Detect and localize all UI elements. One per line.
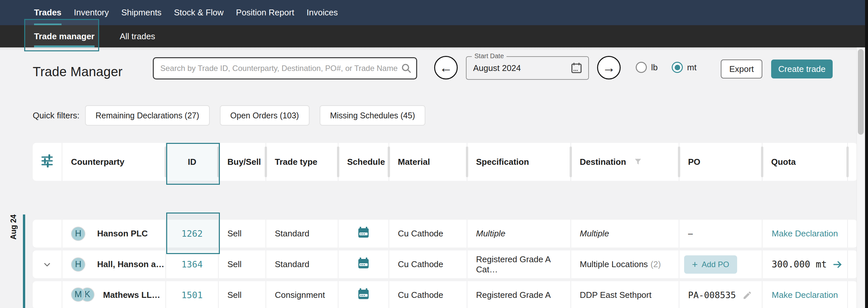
column-resize-handle[interactable] <box>388 146 390 177</box>
quick-filters: Remaining Declarations (27) Open Orders … <box>85 105 425 126</box>
schedule-cell <box>339 250 389 278</box>
column-resize-handle[interactable] <box>678 146 680 177</box>
nav-item-label: Trades <box>34 7 62 18</box>
row-spacer-cell <box>848 250 857 278</box>
nav-item-stock-and-flow[interactable]: Stock & Flow <box>174 0 224 25</box>
start-date-field[interactable]: Start Date August 2024 <box>466 56 589 80</box>
counterparty-cell: H Hall, Hanson and … <box>62 250 165 278</box>
subnav-item-trade-manager[interactable]: Trade manager <box>34 25 95 47</box>
export-button[interactable]: Export <box>721 60 762 78</box>
search-box <box>153 57 417 79</box>
trade-id-link[interactable]: 1262 <box>181 229 203 239</box>
radio-icon <box>636 62 647 73</box>
counterparty-cell: H Hanson PLC <box>62 220 165 247</box>
counterparty-cell: M K Mathews LLC / Ru… <box>62 281 165 308</box>
column-header-counterparty[interactable]: Counterparty <box>62 143 165 181</box>
chevron-down-icon[interactable] <box>42 260 52 269</box>
nav-item-position-report[interactable]: Position Report <box>236 0 294 25</box>
quota-cell: Make Declaration <box>763 281 847 308</box>
row-spacer-cell <box>848 220 857 247</box>
previous-month-button[interactable]: ← <box>434 56 458 79</box>
trade-type-cell: Standard <box>266 220 338 247</box>
search-icon <box>400 63 412 74</box>
column-header-id[interactable]: ID <box>166 143 218 181</box>
trade-type-cell: Consignment <box>266 281 338 308</box>
column-settings-header[interactable] <box>33 143 62 181</box>
trade-id-cell: 1501 <box>166 281 218 308</box>
specification-cell: Multiple <box>468 220 570 247</box>
create-trade-button[interactable]: Create trade <box>771 60 833 78</box>
calendar-icon[interactable] <box>570 62 583 74</box>
row-expand-cell <box>33 250 62 278</box>
calendar-icon[interactable] <box>356 287 370 303</box>
destination-cell: DDP East Sethport <box>571 281 679 308</box>
column-resize-handle[interactable] <box>569 146 572 177</box>
start-date-value: August 2024 <box>467 63 570 73</box>
column-resize-handle[interactable] <box>761 146 763 177</box>
filter-icon[interactable] <box>633 157 643 166</box>
column-resize-handle[interactable] <box>265 146 267 177</box>
page-title: Trade Manager <box>33 64 123 79</box>
make-declaration-link[interactable]: Make Declaration <box>772 229 838 239</box>
column-resize-handle[interactable] <box>217 146 220 177</box>
column-resize-handle[interactable] <box>164 146 167 177</box>
material-cell: Cu Cathode <box>389 250 467 278</box>
buy-sell-cell: Sell <box>219 250 265 278</box>
column-header-specification[interactable]: Specification <box>468 143 570 181</box>
row-expand-cell <box>33 220 62 247</box>
unit-radio-mt[interactable]: mt <box>672 62 696 73</box>
column-header-schedule[interactable]: Schedule <box>339 143 389 181</box>
table-row[interactable]: M K Mathews LLC / Ru… 1501 Sell Consignm… <box>33 281 857 308</box>
tune-icon <box>39 153 55 171</box>
next-month-button[interactable]: → <box>597 56 621 79</box>
subnav-item-all-trades[interactable]: All trades <box>120 25 155 47</box>
column-resize-handle[interactable] <box>337 146 339 177</box>
po-cell: – <box>680 220 762 247</box>
table-header: Counterparty ID Buy/Sell Trade type Sche… <box>33 143 857 181</box>
nav-item-trades[interactable]: Trades <box>34 0 62 25</box>
arrow-left-icon: ← <box>439 61 453 74</box>
specification-cell: Registered Grade A Cat… <box>468 250 570 278</box>
destination-cell: Multiple <box>571 220 679 247</box>
avatar: M <box>71 287 85 302</box>
trade-id-cell: 1364 <box>166 250 218 278</box>
column-resize-handle[interactable] <box>466 146 468 177</box>
column-header-destination[interactable]: Destination <box>571 143 679 181</box>
column-resize-handle[interactable] <box>846 146 849 177</box>
unit-radio-lb[interactable]: lb <box>636 62 658 73</box>
scrollbar-thumb[interactable] <box>858 49 864 135</box>
quick-filter-remaining-declarations[interactable]: Remaining Declarations (27) <box>85 105 210 126</box>
add-po-button[interactable]: + Add PO <box>684 255 737 274</box>
column-header-spacer <box>848 143 857 181</box>
arrow-right-icon[interactable] <box>832 259 843 270</box>
avatar: H <box>71 227 85 241</box>
subnav-item-label: Trade manager <box>34 31 95 41</box>
schedule-cell <box>339 220 389 247</box>
schedule-cell <box>339 281 389 308</box>
nav-item-invoices[interactable]: Invoices <box>307 0 338 25</box>
calendar-icon[interactable] <box>356 226 370 242</box>
date-group-bar <box>23 214 25 308</box>
table-row[interactable]: H Hanson PLC 1262 Sell Standard Cu Catho… <box>33 220 857 247</box>
quick-filter-missing-schedules[interactable]: Missing Schedules (45) <box>320 105 426 126</box>
edit-icon[interactable] <box>742 290 752 300</box>
avatar: H <box>71 257 85 272</box>
counterparty-name: Hall, Hanson and … <box>97 259 165 269</box>
calendar-icon[interactable] <box>356 256 370 272</box>
search-input[interactable] <box>154 58 400 78</box>
counterparty-name: Hanson PLC <box>97 229 148 239</box>
column-header-buy-sell[interactable]: Buy/Sell <box>219 143 265 181</box>
column-header-po[interactable]: PO <box>680 143 762 181</box>
destination-count: (2) <box>650 259 661 269</box>
nav-item-shipments[interactable]: Shipments <box>121 0 162 25</box>
trade-id-link[interactable]: 1501 <box>181 290 203 300</box>
table-row[interactable]: H Hall, Hanson and … 1364 Sell Standard … <box>33 250 857 278</box>
nav-item-inventory[interactable]: Inventory <box>74 0 109 25</box>
quick-filter-open-orders[interactable]: Open Orders (103) <box>220 105 310 126</box>
column-header-quota[interactable]: Quota <box>763 143 847 181</box>
make-declaration-link[interactable]: Make Declaration <box>772 290 838 300</box>
column-header-material[interactable]: Material <box>389 143 467 181</box>
trade-id-link[interactable]: 1364 <box>181 259 203 269</box>
column-header-trade-type[interactable]: Trade type <box>266 143 338 181</box>
po-cell: + Add PO <box>680 250 762 278</box>
